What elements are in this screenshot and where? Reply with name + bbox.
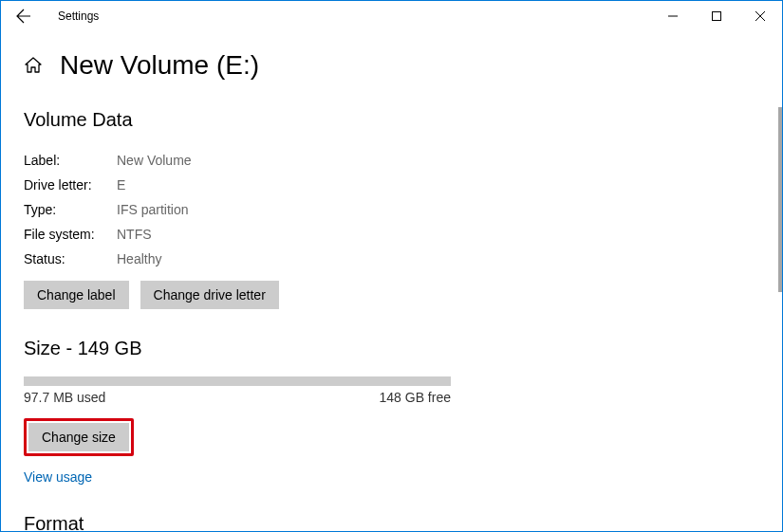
drive-letter-key: Drive letter: (24, 173, 117, 197)
size-free-text: 148 GB free (380, 390, 452, 405)
arrow-left-icon (16, 9, 31, 24)
content-area: New Volume (E:) Volume Data Label: New V… (1, 31, 782, 531)
volume-data-heading: Volume Data (24, 109, 759, 131)
titlebar: Settings (1, 1, 782, 31)
change-size-highlight: Change size (24, 418, 134, 456)
change-size-button[interactable]: Change size (28, 423, 129, 451)
size-heading: Size - 149 GB (24, 338, 759, 359)
table-row: Drive letter: E (24, 173, 759, 197)
table-row: File system: NTFS (24, 222, 759, 247)
type-value: IFS partition (117, 197, 188, 222)
back-button[interactable] (9, 1, 39, 31)
minimize-button[interactable] (651, 1, 695, 31)
window-title: Settings (58, 9, 99, 23)
filesystem-key: File system: (24, 222, 117, 247)
size-info: 97.7 MB used 148 GB free (24, 390, 451, 405)
home-icon (24, 56, 43, 75)
change-drive-letter-button[interactable]: Change drive letter (140, 281, 279, 309)
size-used-text: 97.7 MB used (24, 390, 105, 405)
window-controls (651, 1, 782, 31)
home-button[interactable] (24, 56, 43, 75)
size-usage-bar (24, 376, 451, 386)
change-label-button[interactable]: Change label (24, 281, 129, 309)
volume-data-buttons: Change label Change drive letter (24, 281, 759, 309)
view-usage-link[interactable]: View usage (24, 469, 759, 485)
type-key: Type: (24, 197, 117, 222)
maximize-icon (712, 11, 721, 21)
filesystem-value: NTFS (117, 222, 152, 247)
label-key: Label: (24, 148, 117, 173)
volume-data-table: Label: New Volume Drive letter: E Type: … (24, 148, 759, 271)
table-row: Label: New Volume (24, 148, 759, 173)
table-row: Status: Healthy (24, 247, 759, 271)
page-header: New Volume (E:) (24, 50, 759, 81)
minimize-icon (668, 11, 678, 21)
status-value: Healthy (117, 247, 161, 271)
label-value: New Volume (117, 148, 192, 173)
maximize-button[interactable] (695, 1, 738, 31)
close-button[interactable] (738, 1, 782, 31)
scrollbar-thumb[interactable] (778, 107, 782, 292)
table-row: Type: IFS partition (24, 197, 759, 222)
drive-letter-value: E (117, 173, 125, 197)
svg-rect-1 (713, 12, 721, 21)
close-icon (755, 11, 765, 21)
format-heading: Format (24, 513, 759, 531)
page-title: New Volume (E:) (60, 50, 259, 81)
status-key: Status: (24, 247, 117, 271)
